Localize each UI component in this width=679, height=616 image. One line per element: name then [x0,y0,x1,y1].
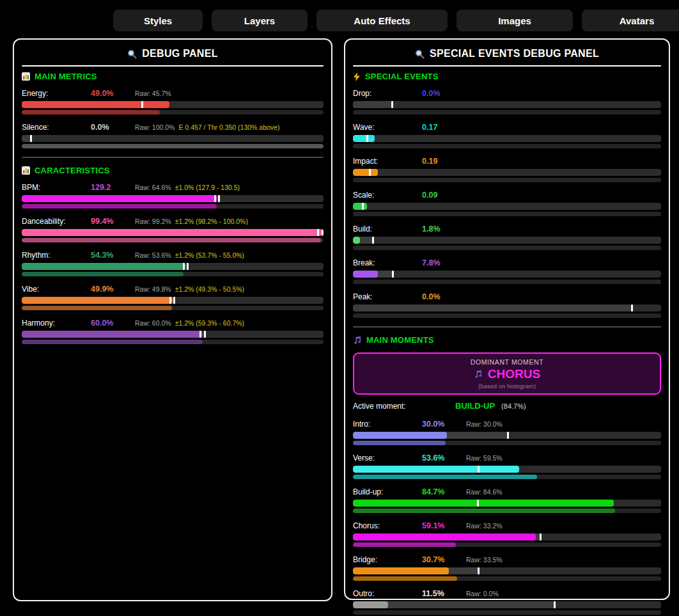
metric-bar-tick [554,601,556,608]
metric-bar-tick [322,229,324,236]
section-header-special-events: SPECIAL EVENTS [353,72,661,81]
metric-value: 0.0% [422,89,466,98]
bar-chart-icon [22,166,30,175]
metric-head: Wave:0.17 [353,123,661,133]
metric-bar-track [22,195,324,202]
metric-rawbar-fill [353,542,456,547]
metric-range-text: ±1.2% (53.7% - 55.0%) [175,251,244,259]
metric-value: 54.3% [91,251,135,260]
dominant-moment-note: (based on histogram) [478,383,536,390]
metric-rawbar-track [22,272,324,276]
metric-bar-track [353,304,661,312]
bar-chart-icon [22,72,30,81]
title-underline [22,65,324,67]
metric-bar-tick [183,263,185,270]
tab-avatars[interactable]: Avatars [582,10,679,31]
dominant-moment-box: DOMINANT MOMENTCHORUS(based on histogram… [353,352,661,395]
metric-head: Energy:49.0%Raw: 45.7% [22,89,324,99]
metric-bar-tick [362,203,364,210]
metric-bar-fill [22,101,169,108]
metric-label: Rhythm: [22,251,91,260]
metric-label: Vibe: [22,285,91,294]
active-moment-pct: (84.7%) [501,402,526,410]
active-moment-value: BUILD-UP [455,401,495,411]
metric-label: Danceability: [22,217,91,226]
metric-raw-value: Raw: 0.0% [466,590,502,597]
metric-head: Impact:0.19 [353,157,661,167]
metric-bar-fill [353,601,388,608]
tab-auto-effects[interactable]: Auto Effects [316,10,448,31]
lightning-icon [353,72,361,81]
debug-panel-body: MAIN METRICSEnergy:49.0%Raw: 45.7%Silenc… [20,72,325,344]
metric-bar-tick [540,533,542,541]
metric-rawbar-fill [22,204,217,209]
metric-bar-track [22,135,324,142]
metric-rawbar-fill [22,272,183,276]
metric-bar-tick [507,432,509,439]
metric-label: Scale: [353,191,422,200]
metric-row: Bridge:30.7%Raw: 33.5% [353,555,661,581]
metric-label: Build-up: [353,487,422,496]
section-title: MAIN MOMENTS [366,335,434,345]
metric-head: Break:7.8% [353,258,661,269]
dominant-moment-label: DOMINANT MOMENT [471,358,543,366]
section-divider [353,326,661,328]
metric-value: 11.5% [422,589,466,598]
metric-rawbar-track [22,340,324,344]
metric-label: Silence: [22,123,91,132]
metric-value: 129.2 [91,183,135,192]
metric-rawbar-fill [22,110,160,115]
metric-head: Scale:0.09 [353,191,661,201]
metric-bar-track [22,297,324,304]
metric-bar-track [353,169,661,176]
metric-row: Break:7.8% [353,258,661,284]
metric-bar-track [353,500,661,507]
metric-bar-tick [218,195,220,202]
metric-value: 49.0% [91,89,135,98]
metric-range-text: ±1.2% (49.3% - 50.5%) [175,285,244,293]
metric-rawbar-track [353,178,661,182]
debug-panel-title-row: DEBUG PANEL [20,43,325,65]
metric-raw-value: Raw: 99.2% [135,217,171,225]
metric-bar-track [353,237,661,244]
metric-range-text: ±1.0% (127.9 - 130.5) [175,184,240,191]
tab-images[interactable]: Images [457,10,573,31]
metric-rawbar-track [22,238,324,242]
metric-bar-tick [169,297,171,304]
metric-rawbar-track [353,576,661,581]
metric-value: 30.7% [422,555,466,564]
metric-row: Build-up:84.7%Raw: 84.6% [353,487,661,513]
metric-bar-underlay [353,101,392,108]
metric-label: Peak: [353,292,422,301]
tab-layers[interactable]: Layers [212,10,308,31]
metric-rawbar-track [22,144,324,148]
metric-bar-tick [631,304,633,312]
metric-bar-fill [353,432,447,439]
special-events-debug-panel: SPECIAL EVENTS DEBUG PANEL SPECIAL EVENT… [344,38,670,600]
magnifier-icon [415,49,425,59]
metric-label: Build: [353,225,422,233]
metric-bar-track [353,135,661,142]
metric-bar-fill [353,135,375,142]
metric-raw-value: Raw: 64.6% [135,184,171,191]
active-moment-label: Active moment: [353,402,455,411]
metric-row: Outro:11.5%Raw: 0.0% [353,589,661,615]
section-title: SPECIAL EVENTS [365,72,439,81]
metric-row: Wave:0.17 [353,123,661,148]
metric-rawbar-track [353,280,661,284]
metric-bar-fill [353,500,614,507]
metric-rawbar-track [353,441,661,445]
metric-rawbar-track [22,204,324,209]
metric-bar-fill [353,567,449,574]
metric-range-text: E 0.457 / Thr 0.350 (130% above) [178,123,279,131]
metric-label: Break: [353,258,422,267]
metric-bar-fill [353,533,536,541]
metric-bar-fill [353,169,378,176]
section-header-main-metrics: MAIN METRICS [22,72,324,81]
tab-styles[interactable]: Styles [113,10,203,31]
metric-bar-fill [22,229,322,236]
metric-row: Harmony:60.0%Raw: 60.0%±1.2% (59.3% - 60… [22,319,324,344]
metric-value: 0.19 [422,157,466,166]
metric-head: BPM:129.2Raw: 64.6%±1.0% (127.9 - 130.5) [22,183,324,193]
metric-row: Vibe:49.9%Raw: 49.8%±1.2% (49.3% - 50.5%… [22,285,324,310]
